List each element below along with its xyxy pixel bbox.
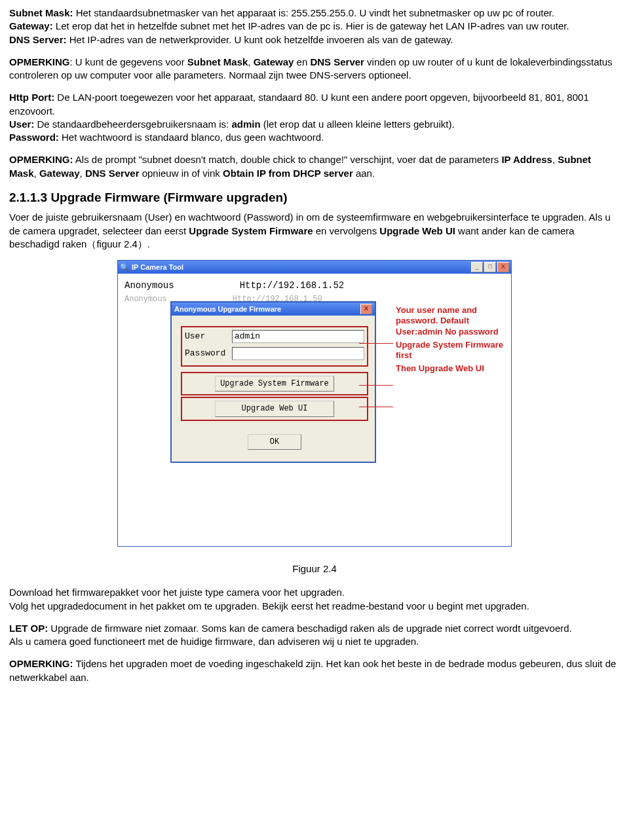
figure-upgrade-dialog: 🔍 IP Camera Tool _ □ X AnonymousHttp://1… xyxy=(9,260,620,547)
ip-camera-tool-window: 🔍 IP Camera Tool _ □ X AnonymousHttp://1… xyxy=(117,260,512,547)
window-minimize-button[interactable]: _ xyxy=(471,262,483,272)
annotation-line-icon xyxy=(359,385,393,386)
app-icon: 🔍 xyxy=(120,263,129,272)
label-opmerking-2: OPMERKING: xyxy=(9,154,73,165)
label-http-port: Http Port: xyxy=(9,92,54,103)
annotation-line-icon xyxy=(359,407,393,407)
annotation-block: Your user name and password. Default Use… xyxy=(396,305,507,377)
label-gateway: Gateway: xyxy=(9,20,53,31)
paragraph-note-2: OPMERKING: Als de prompt "subnet doesn't… xyxy=(9,153,620,180)
paragraph-opmerking-3: OPMERKING: Tijdens het upgraden moet de … xyxy=(9,657,620,684)
password-field-label: Password xyxy=(185,348,232,359)
label-subnet-mask: Subnet Mask: xyxy=(9,7,73,18)
paragraph-letop: LET OP: Upgrade de firmware niet zomaar.… xyxy=(9,622,620,649)
sub-dialog-titlebar: Anonymous Upgrade Firmware X xyxy=(172,302,375,316)
figure-caption: Figuur 2.4 xyxy=(9,562,620,575)
camera-list-row[interactable]: AnonymousHttp://192.168.1.52 xyxy=(122,278,507,292)
window-close-button[interactable]: X xyxy=(497,262,509,272)
window-maximize-button[interactable]: □ xyxy=(484,262,496,272)
tool-titlebar: 🔍 IP Camera Tool _ □ X xyxy=(118,261,511,274)
user-field-label: User xyxy=(185,331,232,342)
upgrade-firmware-dialog: Anonymous Upgrade Firmware X User admin … xyxy=(170,301,376,463)
label-opmerking: OPMERKING xyxy=(9,56,70,67)
label-dns-server: DNS Server: xyxy=(9,34,67,45)
heading-upgrade-firmware: 2.1.1.3 Upgrade Firmware (Firmware upgra… xyxy=(9,189,620,206)
label-opmerking-3: OPMERKING: xyxy=(9,658,73,669)
sub-dialog-close-button[interactable]: X xyxy=(360,304,372,314)
paragraph-network-settings: Subnet Mask: Het standaardsubnetmasker v… xyxy=(9,7,620,46)
annotation-credentials: Your user name and password. Default Use… xyxy=(396,305,507,337)
annotation-upgrade-web: Then Upgrade Web UI xyxy=(396,363,507,374)
upgrade-system-firmware-button[interactable]: Upgrade System Firmware xyxy=(215,376,334,392)
user-input[interactable]: admin xyxy=(232,330,364,343)
tool-title: IP Camera Tool xyxy=(132,263,183,272)
upgrade-web-ui-button[interactable]: Upgrade Web UI xyxy=(215,401,334,416)
paragraph-upgrade-intro: Voer de juiste gebruikersnaam (User) en … xyxy=(9,211,620,251)
paragraph-download: Download het firmwarepakket voor het jui… xyxy=(9,586,620,613)
paragraph-http-user-pass: Http Port: De LAN-poort toegewezen voor … xyxy=(9,91,620,144)
sub-dialog-title: Anonymous Upgrade Firmware xyxy=(174,304,281,314)
label-user: User: xyxy=(9,119,34,130)
ok-button[interactable]: OK xyxy=(248,434,301,450)
annotation-upgrade-system: Upgrade System Firmware first xyxy=(396,340,507,361)
password-input[interactable] xyxy=(232,347,364,360)
label-letop: LET OP: xyxy=(9,623,48,634)
annotation-line-icon xyxy=(359,343,393,344)
paragraph-note-1: OPMERKING: U kunt de gegevens voor Subne… xyxy=(9,56,620,82)
label-password: Password: xyxy=(9,132,59,143)
